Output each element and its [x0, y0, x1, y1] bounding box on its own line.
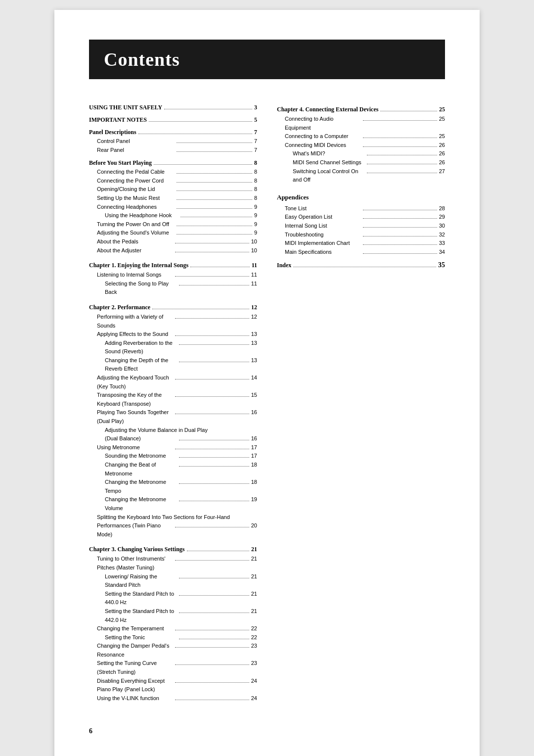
page-number: 8: [254, 159, 257, 167]
dot-leader: [177, 208, 252, 209]
chapter-header: Chapter 2. Performance12: [89, 304, 257, 311]
dot-leader: [179, 362, 249, 362]
entry-text: Applying Effects to the Sound: [97, 330, 173, 339]
chapter-header-text: Chapter 1. Enjoying the Internal Songs: [89, 262, 188, 269]
entry-text: Connecting to Audio Equipment: [285, 115, 361, 132]
entry-text: Connecting the Power Cord: [97, 177, 175, 186]
dot-leader: [363, 253, 437, 254]
dot-leader: [363, 218, 437, 219]
toc-right: Chapter 4. Connecting External Devices25…: [277, 99, 445, 703]
toc-sub-entry: Changing the Metronome Volume19: [89, 495, 257, 513]
dot-leader: [179, 613, 249, 613]
entry-text: Using the Headphone Hook: [105, 211, 178, 220]
toc-entry: Main Specifications34: [277, 248, 445, 257]
page-number: 9: [254, 220, 257, 229]
dot-leader: [175, 647, 249, 648]
section-header-text: IMPORTANT NOTES: [89, 116, 147, 124]
page-number: 8: [254, 185, 257, 194]
page-number: 33: [439, 239, 445, 248]
entry-text: Connecting Headphones: [97, 203, 175, 212]
section-header: Panel Descriptions7: [89, 129, 257, 136]
page-number: 7: [254, 146, 257, 155]
toc-sub-entry: Changing the Beat of Metronome18: [89, 461, 257, 478]
dot-leader: [363, 227, 437, 228]
page-number: 13: [251, 356, 257, 365]
page-number: 11: [251, 280, 257, 288]
dot-leader: [177, 234, 252, 235]
page-number: 21: [251, 572, 257, 581]
dot-leader: [179, 440, 249, 440]
dot-leader: [175, 560, 249, 561]
toc-entry: Connecting MIDI Devices26: [277, 141, 445, 150]
entry-text: Adjusting the Keyboard Touch (Key Touch): [97, 374, 173, 391]
page-number: 16: [251, 408, 257, 417]
entry-text: Connecting the Pedal Cable: [97, 168, 175, 177]
section-header-text: USING THE UNIT SAFELY: [89, 104, 162, 111]
entry-text: Troubleshooting: [285, 231, 361, 239]
chapter-header-text: Chapter 2. Performance: [89, 304, 150, 311]
dot-leader: [179, 457, 249, 458]
dot-leader: [177, 151, 252, 152]
toc-sub-entry: Setting the Standard Pitch to 442.0 Hz21: [89, 607, 257, 624]
toc-entry: Tuning to Other Instruments' Pitches (Ma…: [89, 555, 257, 572]
toc-entry: About the Adjuster10: [89, 246, 257, 255]
page-title: Contents: [104, 48, 430, 70]
toc-entry: About the Pedals10: [89, 237, 257, 246]
entry-text: Transposing the Key of the Keyboard (Tra…: [97, 391, 173, 408]
toc-entry: Rear Panel7: [89, 146, 257, 155]
entry-text: Connecting MIDI Devices: [285, 141, 361, 150]
entry-text: Switching Local Control On and Off: [293, 167, 365, 185]
page-number: 34: [439, 248, 445, 257]
dot-leader: [363, 236, 437, 236]
page-number: 35: [438, 261, 445, 269]
entry-text: Turning the Power On and Off: [97, 220, 175, 229]
toc-entry: Transposing the Key of the Keyboard (Tra…: [89, 391, 257, 408]
page-number: 9: [254, 211, 257, 220]
page-number: 30: [439, 222, 445, 231]
dot-leader: [179, 285, 249, 285]
toc-entry: Performing with a Variety of Sounds12: [89, 313, 257, 330]
toc-entry: Using the V-LINK function24: [89, 694, 257, 703]
entry-text: About the Pedals: [97, 237, 173, 246]
entry-text: Control Panel: [97, 137, 175, 146]
toc-entry: Setting Up the Music Rest8: [89, 194, 257, 203]
dot-leader: [164, 109, 252, 109]
toc-sub-entry: (Dual Balance)16: [89, 434, 257, 443]
entry-text: Adjusting the Sound's Volume: [97, 229, 175, 237]
page-number: 7: [254, 129, 257, 136]
toc-entry: Connecting to a Computer25: [277, 132, 445, 141]
dot-leader: [179, 595, 249, 596]
page-number: 29: [439, 213, 445, 222]
page-number: 8: [254, 194, 257, 203]
dot-leader: [175, 630, 249, 630]
page-number: 11: [251, 271, 257, 280]
index-text: Index: [277, 262, 291, 269]
toc-entry: Splitting the Keyboard Into Two Sections…: [89, 513, 257, 522]
dot-leader: [187, 551, 250, 551]
section-header: Before You Start Playing8: [89, 159, 257, 167]
page-number: 9: [254, 203, 257, 212]
dot-leader: [380, 111, 437, 111]
entry-text: Changing the Metronome Tempo: [105, 478, 177, 495]
dot-leader: [179, 483, 249, 484]
dot-leader: [175, 318, 249, 319]
entry-text: MIDI Implementation Chart: [285, 239, 361, 248]
toc-entry: MIDI Implementation Chart33: [277, 239, 445, 248]
chapter-header-text: Chapter 3. Changing Various Settings: [89, 546, 185, 553]
toc-sub-entry: MIDI Send Channel Settings26: [277, 158, 445, 167]
page-number: 20: [251, 521, 257, 530]
toc-sub-entry: Changing the Depth of the Reverb Effect1…: [89, 356, 257, 374]
page-number: 21: [251, 546, 257, 553]
toc-entry: Performances (Twin Piano Mode)20: [89, 521, 257, 539]
dot-leader: [179, 466, 249, 467]
page-number: 24: [251, 677, 257, 686]
dot-leader: [175, 243, 249, 243]
toc-entry: Disabling Everything Except Piano Play (…: [89, 677, 257, 694]
dot-leader: [175, 252, 249, 252]
dot-leader: [177, 142, 252, 143]
page-number: 8: [254, 168, 257, 177]
dot-leader: [363, 244, 437, 245]
dot-leader: [138, 134, 252, 134]
dot-leader: [363, 210, 437, 210]
dot-leader: [177, 226, 252, 226]
